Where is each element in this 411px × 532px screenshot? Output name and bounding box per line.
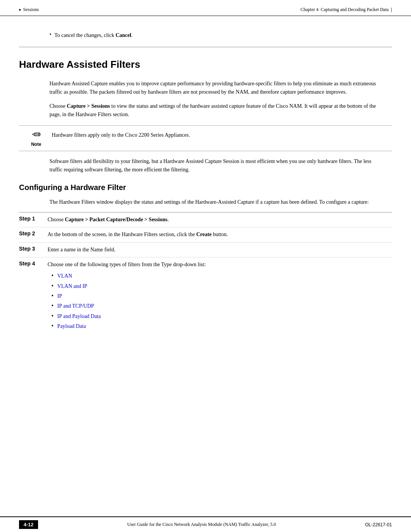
configuring-subsection-heading: Configuring a Hardware Filter	[19, 183, 392, 192]
top-divider	[19, 47, 392, 47]
top-bullet: • To cancel the changes, click Cancel.	[49, 31, 392, 39]
step-3-row: Step 3 Enter a name in the Name field.	[19, 243, 392, 257]
step-2-content: At the bottom of the screen, in the Hard…	[48, 230, 392, 239]
step-3-content: Enter a name in the Name field.	[48, 246, 392, 254]
list-item-vlan: VLAN	[51, 272, 392, 280]
step-1-content: Choose Capture > Packet Capture/Decode >…	[48, 216, 392, 224]
chapter-num: Chapter 4	[301, 7, 319, 13]
note-icon-area: ✏ Note	[27, 129, 46, 147]
step-4-content: Choose one of the following types of fil…	[48, 260, 392, 332]
filter-type-list: VLAN VLAN and IP IP IP and TCP/UDP IP an…	[51, 272, 392, 331]
page-header: Sessions Chapter 4 Capturing and Decodin…	[0, 0, 411, 16]
step-4-label: Step 4	[19, 260, 40, 267]
step-2-label: Step 2	[19, 230, 40, 236]
note-pencil-icon: ✏	[32, 129, 41, 140]
ip-link[interactable]: IP	[57, 292, 62, 300]
step-1-row: Step 1 Choose Capture > Packet Capture/D…	[19, 212, 392, 227]
list-item-vlan-ip: VLAN and IP	[51, 282, 392, 291]
page-footer: 4-12 User Guide for the Cisco Network An…	[0, 516, 411, 532]
footer-page-number: 4-12	[19, 520, 38, 529]
note-box: ✏ Note Hardware filters apply only to th…	[19, 125, 392, 151]
chapter-info: Chapter 4 Capturing and Decoding Packet …	[301, 7, 392, 13]
list-item-ip-payload: IP and Payload Data	[51, 312, 392, 321]
hardware-section-heading: Hardware Assisted Filters	[19, 59, 392, 72]
list-item-payload: Payload Data	[51, 322, 392, 331]
step-3-label: Step 3	[19, 246, 40, 252]
step-4-row: Step 4 Choose one of the following types…	[19, 257, 392, 335]
hardware-para3: Software filters add flexibility to your…	[49, 157, 384, 174]
steps-container: Step 1 Choose Capture > Packet Capture/D…	[19, 212, 392, 335]
hardware-para1: Hardware Assisted Capture enables you to…	[49, 80, 384, 97]
list-item-ip-tcpudp: IP and TCP/UDP	[51, 302, 392, 310]
chapter-title: Capturing and Decoding Packet Data	[321, 7, 389, 13]
footer-right-text: OL-22617-01	[365, 522, 392, 527]
payload-link[interactable]: Payload Data	[57, 322, 86, 331]
ip-payload-link[interactable]: IP and Payload Data	[57, 312, 101, 321]
step-2-row: Step 2 At the bottom of the screen, in t…	[19, 227, 392, 242]
ip-tcpudp-link[interactable]: IP and TCP/UDP	[57, 302, 94, 310]
footer-center-text: User Guide for the Cisco Network Analysi…	[38, 522, 365, 527]
sessions-label: Sessions	[19, 7, 39, 13]
header-right: Chapter 4 Capturing and Decoding Packet …	[301, 7, 392, 13]
list-item-ip: IP	[51, 292, 392, 300]
sessions-text: Sessions	[23, 7, 39, 13]
note-text: Hardware filters apply only to the Cisco…	[52, 129, 392, 139]
note-label: Note	[31, 142, 41, 147]
configuring-intro: The Hardware Filters window displays the…	[49, 198, 384, 206]
header-left: Sessions	[19, 7, 39, 13]
bullet-dot: •	[49, 32, 51, 38]
main-content: • To cancel the changes, click Cancel. H…	[0, 16, 411, 366]
vlan-ip-link[interactable]: VLAN and IP	[57, 282, 88, 291]
vlan-link[interactable]: VLAN	[57, 272, 72, 280]
step-1-label: Step 1	[19, 216, 40, 222]
header-pipe: |	[391, 7, 392, 13]
cancel-bullet-text: To cancel the changes, click Cancel.	[54, 31, 132, 39]
hardware-para2: Choose Capture > Sessions to view the st…	[49, 102, 384, 119]
